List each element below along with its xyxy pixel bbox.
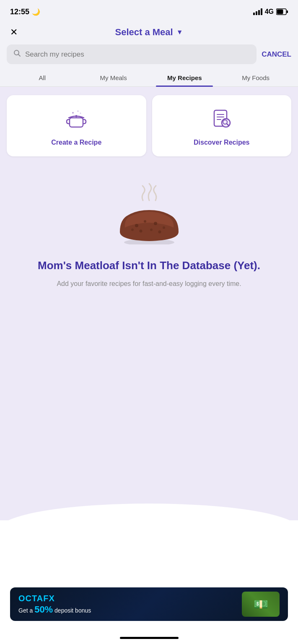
main-content: Create a Recipe Discover Recipes [0, 87, 298, 508]
search-icon [13, 49, 21, 59]
network-label: 4G [265, 8, 274, 16]
svg-point-11 [78, 111, 79, 112]
discover-recipes-label: Discover Recipes [194, 139, 249, 146]
svg-rect-6 [287, 10, 288, 13]
empty-state: Mom's Meatloaf Isn't In The Database (Ye… [7, 156, 291, 306]
svg-point-12 [80, 113, 81, 114]
tab-my-recipes[interactable]: My Recipes [149, 69, 220, 86]
status-icons: 4G [253, 8, 288, 16]
search-container: CANCEL [0, 44, 298, 69]
moon-icon: 🌙 [32, 8, 40, 16]
svg-point-27 [150, 229, 153, 231]
status-bar: 12:55 🌙 4G [0, 0, 298, 22]
svg-line-8 [18, 55, 21, 57]
money-icon: 💵 [242, 592, 280, 617]
curve-container: OCTAFX Get a 50% deposit bonus 💵 [0, 508, 298, 644]
select-meal-title: Select a Meal [115, 27, 173, 38]
cards-row: Create a Recipe Discover Recipes [7, 95, 291, 156]
home-indicator [0, 634, 298, 644]
ad-text: OCTAFX Get a 50% deposit bonus [18, 594, 91, 615]
home-bar [120, 637, 179, 639]
svg-rect-9 [70, 118, 83, 127]
svg-point-23 [144, 220, 146, 223]
svg-rect-0 [253, 13, 255, 15]
svg-point-25 [163, 226, 165, 229]
header-title: Select a Meal ▼ [115, 27, 183, 38]
ad-banner[interactable]: OCTAFX Get a 50% deposit bonus 💵 [10, 587, 288, 621]
discover-recipes-card[interactable]: Discover Recipes [152, 95, 292, 156]
svg-point-28 [158, 231, 161, 234]
svg-point-22 [135, 224, 138, 227]
empty-subtitle: Add your favorite recipes for fast-and-e… [57, 279, 241, 289]
create-recipe-card[interactable]: Create a Recipe [7, 95, 146, 156]
ad-offer: Get a 50% deposit bonus [18, 604, 91, 615]
header: ✕ Select a Meal ▼ [0, 22, 298, 44]
status-time: 12:55 [10, 8, 29, 16]
svg-rect-5 [277, 10, 283, 14]
svg-rect-1 [256, 11, 257, 15]
svg-point-29 [131, 229, 134, 231]
curve-white: OCTAFX Get a 50% deposit bonus 💵 [0, 504, 298, 644]
tab-my-foods[interactable]: My Foods [220, 69, 291, 86]
signal-icon [253, 8, 262, 15]
svg-point-13 [75, 115, 78, 117]
tabs-container: All My Meals My Recipes My Foods [0, 69, 298, 87]
meatloaf-illustration [111, 182, 187, 249]
close-button[interactable]: ✕ [10, 27, 18, 38]
svg-point-26 [139, 230, 142, 233]
create-recipe-label: Create a Recipe [51, 139, 101, 146]
svg-rect-2 [258, 10, 260, 15]
svg-point-24 [154, 222, 157, 225]
svg-rect-3 [261, 8, 262, 15]
discover-recipes-icon [210, 107, 233, 133]
battery-icon [276, 8, 288, 15]
ad-image: 💵 [242, 592, 280, 617]
create-recipe-icon [65, 107, 88, 133]
empty-title: Mom's Meatloaf Isn't In The Database (Ye… [38, 259, 260, 273]
search-input[interactable] [25, 50, 250, 59]
tab-my-meals[interactable]: My Meals [78, 69, 149, 86]
ad-brand: OCTAFX [18, 594, 91, 603]
title-chevron[interactable]: ▼ [176, 29, 183, 36]
cancel-button[interactable]: CANCEL [262, 50, 291, 59]
search-wrapper [7, 44, 257, 64]
tab-all[interactable]: All [7, 69, 78, 86]
svg-point-10 [72, 112, 74, 114]
